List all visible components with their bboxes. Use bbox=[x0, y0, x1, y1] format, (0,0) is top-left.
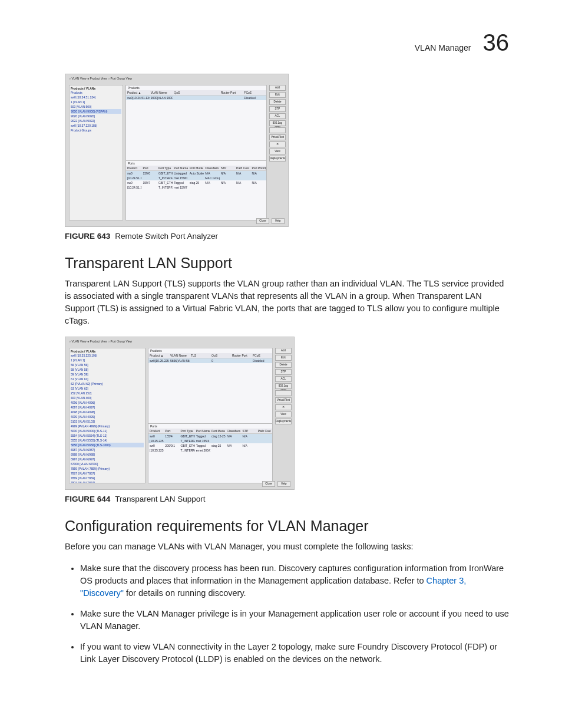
panel-button[interactable]: Edit bbox=[269, 92, 286, 98]
tree-item[interactable]: 56 [VLAN 56] bbox=[71, 363, 144, 367]
tree-item[interactable]: 7874 [VLAN 7874] bbox=[71, 480, 144, 483]
cell: sw0 bbox=[148, 434, 164, 438]
tree-item[interactable]: 5555 [VLAN 5555] (TLS-14) bbox=[71, 438, 144, 443]
cell: Path Cost bbox=[235, 166, 250, 170]
panel-button[interactable] bbox=[275, 390, 292, 396]
ports-row[interactable]: [10.25.225.106T_INTERFACErnet 155/4 bbox=[148, 439, 272, 443]
tree-item[interactable]: 59 [VLAN 59] bbox=[71, 372, 144, 377]
tree-item[interactable]: 6987 [VLAN 6987] bbox=[71, 447, 144, 452]
panel-button[interactable]: 802.1ag CFM bbox=[269, 120, 286, 126]
ports-panel[interactable]: Ports ProductPortPort TypePort NamePort … bbox=[126, 160, 266, 220]
tree-item[interactable]: 1 [VLAN 1] bbox=[71, 358, 144, 363]
tree-item[interactable]: 58 [VLAN 58] bbox=[71, 367, 144, 372]
tree-item[interactable]: 9000 [VLAN 9000] (RSPAN) bbox=[71, 109, 121, 114]
tree-item[interactable]: sw0 [10.25.225.106] bbox=[71, 353, 144, 358]
cell: Port Name bbox=[173, 166, 188, 170]
cell: Product bbox=[148, 429, 164, 433]
tls-paragraph: Transparent LAN Support (TLS) supports t… bbox=[65, 278, 509, 327]
cell: N/A bbox=[251, 172, 266, 175]
panel-button[interactable]: Close bbox=[256, 218, 269, 224]
tree-item[interactable]: 5656 [VLAN 5656] (TLS-1000) bbox=[71, 443, 144, 447]
cell: STP bbox=[220, 166, 235, 170]
ports-row[interactable]: sw0159/7GBIT_ETHERNET TenGigabitEtheTagg… bbox=[126, 180, 266, 185]
panel-button[interactable]: Delete bbox=[269, 99, 286, 105]
panel-button[interactable]: Close bbox=[262, 481, 275, 487]
tree-item[interactable]: 4096 [VLAN 4096] bbox=[71, 400, 144, 405]
tree-item[interactable]: 67000 [VLAN 67000] bbox=[71, 462, 144, 466]
panel-button[interactable]: Add bbox=[269, 85, 286, 91]
cell: N/A bbox=[235, 181, 250, 185]
tree-item[interactable]: 5103 [VLAN 5103] bbox=[71, 419, 144, 424]
panel-button[interactable]: STP bbox=[269, 106, 286, 112]
tree-item[interactable]: 500 [VLAN 500] bbox=[71, 104, 121, 109]
view-tabs[interactable]: ○ VLAN View ● Product View ○ Port Group … bbox=[69, 77, 132, 80]
tree-item[interactable]: 4099 [VLAN 4099] bbox=[71, 414, 144, 419]
tree-item[interactable]: 61 [VLAN 61] bbox=[71, 377, 144, 381]
cell: 9000[VLAN 9000] RSPAN VLAN 0 bbox=[150, 96, 173, 100]
tree-item[interactable]: 4097 [VLAN 4097] bbox=[71, 405, 144, 410]
cell: Disabled bbox=[243, 96, 266, 100]
tree-item[interactable]: 6997 [VLAN 6997] bbox=[71, 457, 144, 462]
products-vlan-tree[interactable]: Products / VLANs sw0 [10.25.225.106]1 [V… bbox=[69, 348, 146, 483]
tree-item[interactable]: 9022 [VLAN 9022] bbox=[71, 118, 121, 123]
products-vlan-tree[interactable]: Products / VLANs Productssw0 [10.24.51.1… bbox=[69, 85, 123, 220]
panel-button[interactable]: Add bbox=[275, 348, 292, 354]
panel-button[interactable]: Help bbox=[272, 218, 285, 224]
panel-button[interactable]: ✕ bbox=[269, 141, 286, 147]
ports-row[interactable]: [10.24.51.134]T_INTERFACErnet 159/0MAC G… bbox=[126, 176, 266, 180]
tree-item[interactable]: 5000 [VLAN 5000] (TLS-11) bbox=[71, 429, 144, 433]
tree-item[interactable]: 4098 [VLAN 4098] bbox=[71, 410, 144, 414]
tree-item[interactable]: sw0 [10.24.51.134] bbox=[71, 95, 121, 100]
panel-button[interactable]: Deployments bbox=[269, 156, 286, 162]
ports-row[interactable]: [10.25.225.106T_INTERFACEernet 200/0/1 bbox=[148, 448, 272, 453]
ports-row[interactable]: sw0155/4GBIT_ETHERNET TenGigabitEtheTagg… bbox=[148, 434, 272, 439]
tree-item[interactable]: 62 [PVLAN 62] (Primary) bbox=[71, 381, 144, 386]
action-buttons: AddEditDeleteSTPACL802.1ag CFMVirtual/Te… bbox=[275, 348, 292, 424]
grid-header-row: Product ▲VLAN NameQoSRouter PortFCoE bbox=[126, 90, 266, 95]
products-grid[interactable]: Products Product ▲VLAN NameQoSRouter Por… bbox=[125, 85, 267, 220]
tree-item[interactable]: 252 [VLAN 252] bbox=[71, 391, 144, 396]
products-grid[interactable]: Products Product ▲VLAN NameTLSQoSRouter … bbox=[148, 348, 273, 483]
cell: Classifiers bbox=[204, 166, 219, 170]
cell: Port Name bbox=[195, 429, 210, 433]
tree-item[interactable]: sw0 [10.37.220.186] bbox=[71, 123, 121, 128]
tree-item[interactable]: 7867 [VLAN 7867] bbox=[71, 471, 144, 476]
panel-button[interactable]: 802.1ag CFM bbox=[275, 383, 292, 389]
chapter-label: VLAN Manager bbox=[415, 43, 471, 52]
panel-button[interactable]: Help bbox=[277, 481, 290, 487]
tree-item[interactable]: 7869 [VLAN 7869] bbox=[71, 476, 144, 480]
ports-row[interactable]: sw0159/0GBIT_ETHERNET TenGigabitEtheUnta… bbox=[126, 171, 266, 176]
panel-button[interactable] bbox=[269, 127, 286, 133]
cell: Port Type bbox=[180, 429, 195, 433]
tree-item[interactable]: 4999 [PVLAN 4999] (Primary) bbox=[71, 424, 144, 429]
panel-button[interactable]: Virtual/Text bbox=[269, 134, 286, 140]
panel-button[interactable]: View bbox=[275, 411, 292, 417]
tree-item[interactable]: 6988 [VLAN 6988] bbox=[71, 452, 144, 457]
action-buttons: AddEditDeleteSTPACL802.1ag CFMVirtual/Te… bbox=[269, 85, 286, 162]
tree-item[interactable]: 9020 [VLAN 9020] bbox=[71, 114, 121, 118]
tree-item[interactable]: 5554 [VLAN 5554] (TLS-12) bbox=[71, 433, 144, 438]
ports-row[interactable]: [10.24.51.134]T_INTERFACErnet 159/7 bbox=[126, 185, 266, 190]
tree-item[interactable]: Products bbox=[71, 90, 121, 95]
view-tabs[interactable]: ○ VLAN View ● Product View ○ Port Group … bbox=[69, 340, 132, 343]
panel-button[interactable]: STP bbox=[275, 369, 292, 375]
tree-item[interactable]: Product Groups bbox=[71, 128, 121, 133]
panel-button[interactable]: ACL bbox=[275, 376, 292, 382]
tree-item[interactable]: 63 [VLAN 63] bbox=[71, 386, 144, 391]
cell: Router Port bbox=[220, 91, 243, 94]
panel-button[interactable]: Deployments bbox=[275, 419, 292, 424]
panel-button[interactable]: ACL bbox=[269, 113, 286, 119]
panel-button[interactable]: Virtual/Text bbox=[275, 397, 292, 403]
panel-button[interactable]: ✕ bbox=[275, 404, 292, 410]
tree-item[interactable]: 400 [VLAN 400] bbox=[71, 396, 144, 400]
tree-item[interactable]: 7859 [PVLAN 7859] (Primary) bbox=[71, 466, 144, 471]
ports-panel[interactable]: Ports ProductPortPort TypePort NamePort … bbox=[148, 423, 272, 483]
tree-item[interactable]: 1 [VLAN 1] bbox=[71, 100, 121, 104]
cell: sw0[10.24.51.134] bbox=[126, 96, 150, 100]
ports-row[interactable]: sw0200/0/1GBIT_ETHERNET FortyGigabitEthT… bbox=[148, 443, 272, 448]
panel-button[interactable]: Delete bbox=[275, 362, 292, 368]
cell: ctag 25 bbox=[210, 444, 226, 447]
cell: T_INTERFACE bbox=[180, 439, 195, 443]
panel-button[interactable]: Edit bbox=[275, 355, 292, 361]
panel-button[interactable]: View bbox=[269, 149, 286, 154]
